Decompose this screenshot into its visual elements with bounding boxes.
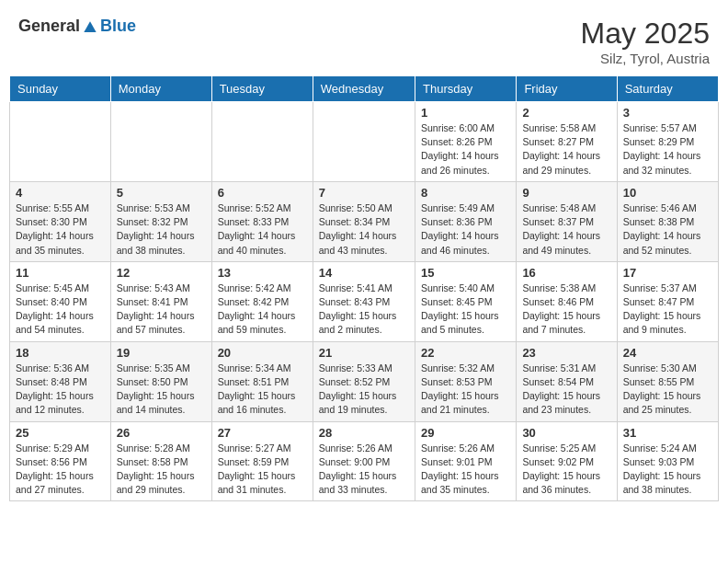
title-block: May 2025 Silz, Tyrol, Austria: [580, 17, 710, 66]
header-thursday: Thursday: [415, 76, 516, 102]
day-number: 5: [117, 186, 206, 200]
day-number: 6: [218, 186, 307, 200]
table-row: 14Sunrise: 5:41 AM Sunset: 8:43 PM Dayli…: [313, 261, 415, 341]
day-number: 15: [421, 266, 510, 280]
header-tuesday: Tuesday: [211, 76, 313, 102]
day-number: 12: [117, 266, 206, 280]
calendar-week-row: 25Sunrise: 5:29 AM Sunset: 8:56 PM Dayli…: [10, 421, 719, 501]
table-row: 21Sunrise: 5:33 AM Sunset: 8:52 PM Dayli…: [313, 341, 415, 421]
day-number: 14: [319, 266, 409, 280]
table-row: 8Sunrise: 5:49 AM Sunset: 8:36 PM Daylig…: [415, 181, 516, 261]
day-number: 7: [319, 186, 409, 200]
table-row: 12Sunrise: 5:43 AM Sunset: 8:41 PM Dayli…: [110, 261, 211, 341]
table-row: 1Sunrise: 6:00 AM Sunset: 8:26 PM Daylig…: [415, 102, 516, 182]
table-row: 3Sunrise: 5:57 AM Sunset: 8:29 PM Daylig…: [617, 102, 718, 182]
day-number: 18: [16, 346, 105, 360]
table-row: 22Sunrise: 5:32 AM Sunset: 8:53 PM Dayli…: [415, 341, 516, 421]
day-info: Sunrise: 5:48 AM Sunset: 8:37 PM Dayligh…: [522, 201, 610, 258]
table-row: 20Sunrise: 5:34 AM Sunset: 8:51 PM Dayli…: [211, 341, 313, 421]
header-monday: Monday: [110, 76, 211, 102]
day-number: 8: [421, 186, 510, 200]
table-row: 9Sunrise: 5:48 AM Sunset: 8:37 PM Daylig…: [517, 181, 617, 261]
table-row: 28Sunrise: 5:26 AM Sunset: 9:00 PM Dayli…: [313, 421, 415, 501]
table-row: 4Sunrise: 5:55 AM Sunset: 8:30 PM Daylig…: [10, 181, 111, 261]
day-info: Sunrise: 5:34 AM Sunset: 8:51 PM Dayligh…: [218, 362, 307, 418]
table-row: 7Sunrise: 5:50 AM Sunset: 8:34 PM Daylig…: [313, 181, 415, 261]
table-row: 29Sunrise: 5:26 AM Sunset: 9:01 PM Dayli…: [415, 421, 516, 501]
day-info: Sunrise: 5:26 AM Sunset: 9:01 PM Dayligh…: [421, 442, 510, 498]
day-info: Sunrise: 5:31 AM Sunset: 8:54 PM Dayligh…: [522, 362, 610, 418]
day-info: Sunrise: 5:57 AM Sunset: 8:29 PM Dayligh…: [623, 121, 712, 178]
day-number: 10: [623, 186, 712, 200]
day-info: Sunrise: 5:50 AM Sunset: 8:34 PM Dayligh…: [319, 201, 409, 258]
day-info: Sunrise: 5:55 AM Sunset: 8:30 PM Dayligh…: [16, 201, 105, 258]
day-info: Sunrise: 5:45 AM Sunset: 8:40 PM Dayligh…: [16, 282, 105, 338]
day-info: Sunrise: 5:46 AM Sunset: 8:38 PM Dayligh…: [623, 201, 712, 258]
table-row: 19Sunrise: 5:35 AM Sunset: 8:50 PM Dayli…: [110, 341, 211, 421]
calendar-table: Sunday Monday Tuesday Wednesday Thursday…: [9, 75, 719, 501]
table-row: 18Sunrise: 5:36 AM Sunset: 8:48 PM Dayli…: [10, 341, 111, 421]
table-row: 13Sunrise: 5:42 AM Sunset: 8:42 PM Dayli…: [211, 261, 313, 341]
day-number: 9: [522, 186, 610, 200]
table-row: [110, 102, 211, 182]
svg-marker-0: [84, 21, 96, 32]
calendar-week-row: 11Sunrise: 5:45 AM Sunset: 8:40 PM Dayli…: [10, 261, 719, 341]
day-number: 16: [522, 266, 610, 280]
day-info: Sunrise: 5:41 AM Sunset: 8:43 PM Dayligh…: [319, 282, 409, 338]
day-info: Sunrise: 5:49 AM Sunset: 8:36 PM Dayligh…: [421, 201, 510, 258]
calendar-week-row: 1Sunrise: 6:00 AM Sunset: 8:26 PM Daylig…: [10, 102, 719, 182]
table-row: 31Sunrise: 5:24 AM Sunset: 9:03 PM Dayli…: [617, 421, 718, 501]
day-info: Sunrise: 5:30 AM Sunset: 8:55 PM Dayligh…: [623, 362, 712, 418]
day-number: 2: [522, 106, 610, 120]
location: Silz, Tyrol, Austria: [580, 51, 710, 66]
table-row: 25Sunrise: 5:29 AM Sunset: 8:56 PM Dayli…: [10, 421, 111, 501]
table-row: 26Sunrise: 5:28 AM Sunset: 8:58 PM Dayli…: [110, 421, 211, 501]
day-number: 24: [623, 346, 712, 360]
table-row: 11Sunrise: 5:45 AM Sunset: 8:40 PM Dayli…: [10, 261, 111, 341]
header-saturday: Saturday: [617, 76, 718, 102]
logo-general-text: GeneralBlue: [18, 17, 136, 37]
table-row: 24Sunrise: 5:30 AM Sunset: 8:55 PM Dayli…: [617, 341, 718, 421]
day-number: 4: [16, 186, 105, 200]
page-header: GeneralBlue May 2025 Silz, Tyrol, Austri…: [9, 9, 719, 70]
day-number: 26: [117, 426, 206, 440]
day-number: 20: [218, 346, 307, 360]
table-row: 30Sunrise: 5:25 AM Sunset: 9:02 PM Dayli…: [517, 421, 617, 501]
day-info: Sunrise: 5:29 AM Sunset: 8:56 PM Dayligh…: [16, 442, 105, 498]
day-info: Sunrise: 5:28 AM Sunset: 8:58 PM Dayligh…: [117, 442, 206, 498]
table-row: 15Sunrise: 5:40 AM Sunset: 8:45 PM Dayli…: [415, 261, 516, 341]
day-number: 19: [117, 346, 206, 360]
day-number: 3: [623, 106, 712, 120]
header-sunday: Sunday: [10, 76, 111, 102]
table-row: 23Sunrise: 5:31 AM Sunset: 8:54 PM Dayli…: [517, 341, 617, 421]
day-number: 17: [623, 266, 712, 280]
day-info: Sunrise: 5:35 AM Sunset: 8:50 PM Dayligh…: [117, 362, 206, 418]
header-friday: Friday: [517, 76, 617, 102]
table-row: [211, 102, 313, 182]
table-row: 5Sunrise: 5:53 AM Sunset: 8:32 PM Daylig…: [110, 181, 211, 261]
day-info: Sunrise: 5:43 AM Sunset: 8:41 PM Dayligh…: [117, 282, 206, 338]
day-number: 23: [522, 346, 610, 360]
day-number: 29: [421, 426, 510, 440]
calendar-week-row: 4Sunrise: 5:55 AM Sunset: 8:30 PM Daylig…: [10, 181, 719, 261]
day-number: 13: [218, 266, 307, 280]
logo: GeneralBlue: [18, 17, 136, 37]
day-info: Sunrise: 5:36 AM Sunset: 8:48 PM Dayligh…: [16, 362, 105, 418]
day-number: 28: [319, 426, 409, 440]
header-wednesday: Wednesday: [313, 76, 415, 102]
day-number: 1: [421, 106, 510, 120]
day-number: 25: [16, 426, 105, 440]
day-number: 21: [319, 346, 409, 360]
day-info: Sunrise: 5:38 AM Sunset: 8:46 PM Dayligh…: [522, 282, 610, 338]
table-row: 16Sunrise: 5:38 AM Sunset: 8:46 PM Dayli…: [517, 261, 617, 341]
calendar-header-row: Sunday Monday Tuesday Wednesday Thursday…: [10, 76, 719, 102]
day-number: 22: [421, 346, 510, 360]
day-number: 30: [522, 426, 610, 440]
day-number: 27: [218, 426, 307, 440]
day-info: Sunrise: 5:24 AM Sunset: 9:03 PM Dayligh…: [623, 442, 712, 498]
table-row: 17Sunrise: 5:37 AM Sunset: 8:47 PM Dayli…: [617, 261, 718, 341]
day-info: Sunrise: 5:40 AM Sunset: 8:45 PM Dayligh…: [421, 282, 510, 338]
day-number: 31: [623, 426, 712, 440]
day-info: Sunrise: 5:33 AM Sunset: 8:52 PM Dayligh…: [319, 362, 409, 418]
day-info: Sunrise: 5:53 AM Sunset: 8:32 PM Dayligh…: [117, 201, 206, 258]
